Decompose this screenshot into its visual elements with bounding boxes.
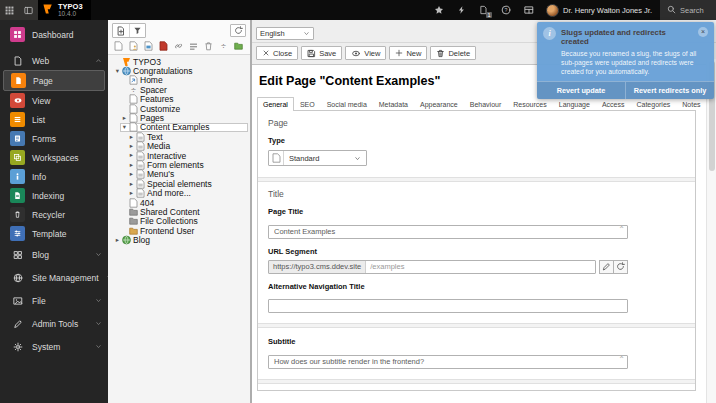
gear-icon: [10, 339, 25, 354]
drag-new-page-icon[interactable]: [113, 41, 123, 51]
tree-item-content-examples[interactable]: ▾Content Examples: [108, 123, 250, 132]
close-button[interactable]: Close: [256, 46, 298, 60]
topbar: TYPO3 10.4.0 1 ? Dr. Henry Walton Jones …: [0, 0, 716, 20]
tree-expander-right-icon[interactable]: ▸: [128, 190, 135, 197]
sidebar-item-forms[interactable]: Forms: [0, 129, 108, 148]
tree-expander-down-icon[interactable]: ▾: [114, 68, 121, 75]
page-tree-panel: ÷ TYPO3▾CongratulationsHome÷SpacerFeatur…: [108, 20, 250, 403]
toast-action-revert-redirects-only[interactable]: Revert redirects only: [625, 82, 714, 99]
tab-metadata[interactable]: Metadata: [373, 97, 414, 111]
view-button[interactable]: View: [345, 46, 386, 60]
sidebar-item-view[interactable]: View: [0, 91, 108, 110]
global-search[interactable]: Search: [660, 0, 716, 20]
drag-mount-page-icon[interactable]: [143, 41, 153, 51]
tree-expander-right-icon[interactable]: ▸: [128, 134, 135, 141]
navigation-toggle-icon[interactable]: [19, 0, 38, 20]
sidebar-item-list[interactable]: List: [0, 110, 108, 129]
drag-shortcut-page-icon[interactable]: [128, 41, 138, 51]
drag-link-page-icon[interactable]: [173, 41, 183, 51]
url-prefix: https://typo3.cms.ddev.site: [269, 261, 366, 273]
sidebar-item-site-management[interactable]: Site Management: [0, 266, 108, 289]
clear-field-icon[interactable]: ×: [619, 223, 624, 231]
tree-item-media[interactable]: ▸Media: [108, 142, 250, 151]
tree-item-text[interactable]: ▸Text: [108, 132, 250, 141]
tree-expander-right-icon[interactable]: ▸: [128, 162, 135, 169]
bookmarks-star-icon[interactable]: [434, 5, 444, 15]
toast-action-revert-update[interactable]: Revert update: [537, 82, 625, 99]
new-page-icon[interactable]: [113, 24, 129, 37]
drag-divider-icon[interactable]: ÷: [218, 41, 228, 51]
tree-expander-right-icon[interactable]: ▸: [128, 152, 135, 159]
tree-item-404[interactable]: 404: [108, 198, 250, 207]
tree-item-features[interactable]: Features: [108, 95, 250, 104]
clear-field-icon[interactable]: ×: [619, 353, 624, 361]
tree-item-blog[interactable]: ▸Blog: [108, 235, 250, 244]
tree-item-and-more[interactable]: ▸And more...: [108, 188, 250, 197]
tree-expander-down-icon[interactable]: ▾: [121, 124, 128, 131]
tree-item-form-elements[interactable]: ▸Form elements: [108, 160, 250, 169]
sidebar-item-workspaces[interactable]: Workspaces: [0, 148, 108, 167]
edit-slug-pencil-icon[interactable]: [599, 260, 614, 274]
sidebar-item-template[interactable]: Template: [0, 224, 108, 243]
save-button[interactable]: Save: [301, 46, 342, 60]
typo3-logo[interactable]: TYPO3 10.4.0: [38, 0, 91, 20]
content-scrollbar[interactable]: [706, 59, 716, 403]
tree-expander-right-icon[interactable]: ▸: [128, 171, 135, 178]
sidebar-item-file[interactable]: File: [0, 289, 108, 312]
delete-button[interactable]: Delete: [430, 46, 476, 60]
drag-404-page-icon[interactable]: [158, 41, 168, 51]
user-menu[interactable]: Dr. Henry Walton Jones Jr.: [546, 0, 652, 20]
tab-social-media[interactable]: Social media: [321, 97, 373, 111]
subtitle-input[interactable]: [268, 355, 628, 369]
tree-item-frontend-user[interactable]: Frontend User: [108, 226, 250, 235]
language-select[interactable]: English: [256, 27, 314, 40]
drag-recycler-icon[interactable]: [203, 41, 213, 51]
opened-documents-icon[interactable]: 1: [479, 5, 488, 15]
sidebar-item-recycler[interactable]: Recycler: [0, 205, 108, 224]
drag-folder-icon[interactable]: [233, 41, 243, 51]
sidebar-item-page[interactable]: Page: [3, 70, 105, 91]
toast-close-icon[interactable]: ×: [698, 27, 708, 37]
sidebar-item-indexing[interactable]: Indexing: [0, 186, 108, 205]
sidebar-item-dashboard[interactable]: Dashboard: [0, 25, 108, 44]
tree-expander-right-icon[interactable]: ▸: [121, 115, 128, 122]
tree-expander-right-icon[interactable]: ▸: [128, 143, 135, 150]
forms-icon: [10, 131, 25, 146]
sidebar-item-system[interactable]: System: [0, 335, 108, 358]
tree-item-special-elements[interactable]: ▸Special elements: [108, 179, 250, 188]
sidebar-item-info[interactable]: Info: [0, 167, 108, 186]
tree-refresh-icon[interactable]: [230, 24, 246, 37]
tab-behaviour[interactable]: Behaviour: [464, 97, 508, 111]
tree-item-customize[interactable]: Customize: [108, 104, 250, 113]
tree-item-menu-s[interactable]: ▸Menu's: [108, 170, 250, 179]
sidebar-item-web[interactable]: Web: [0, 51, 108, 70]
tree-item-congratulations[interactable]: ▾Congratulations: [108, 66, 250, 75]
url-segment-input[interactable]: https://typo3.cms.ddev.site /examples: [268, 260, 596, 274]
new-button[interactable]: New: [389, 46, 427, 60]
backend-users-icon[interactable]: [524, 5, 534, 15]
clear-cache-bolt-icon[interactable]: [457, 5, 466, 15]
tree-item-home[interactable]: Home: [108, 76, 250, 85]
tree-item-pages[interactable]: ▸Pages: [108, 113, 250, 122]
tab-seo[interactable]: SEO: [294, 97, 321, 111]
help-icon[interactable]: ?: [501, 5, 511, 15]
tree-expander-right-icon[interactable]: ▸: [114, 237, 121, 244]
type-select[interactable]: Standard: [268, 150, 367, 166]
sidebar-item-admin-tools[interactable]: Admin Tools: [0, 312, 108, 335]
alt-nav-title-input[interactable]: [268, 299, 628, 313]
tab-general[interactable]: General: [257, 97, 294, 111]
tree-expander-right-icon[interactable]: ▸: [128, 181, 135, 188]
tree-item-interactive[interactable]: ▸Interactive: [108, 151, 250, 160]
filter-funnel-icon[interactable]: [129, 24, 145, 37]
tree-item-file-collections[interactable]: File Collections: [108, 217, 250, 226]
drag-spacer-icon[interactable]: [188, 41, 198, 51]
tree-item-spacer[interactable]: ÷Spacer: [108, 85, 250, 94]
sidebar-item-blog[interactable]: Blog: [0, 243, 108, 266]
tree-item-shared-content[interactable]: Shared Content: [108, 207, 250, 216]
subtitle-label: Subtitle: [268, 337, 685, 346]
tab-appearance[interactable]: Appearance: [414, 97, 464, 111]
recalculate-slug-refresh-icon[interactable]: [613, 260, 628, 274]
tree-item-typo3[interactable]: TYPO3: [108, 57, 250, 66]
page-title-input[interactable]: [268, 225, 628, 239]
modulemenu-toggle-icon[interactable]: [0, 0, 19, 20]
